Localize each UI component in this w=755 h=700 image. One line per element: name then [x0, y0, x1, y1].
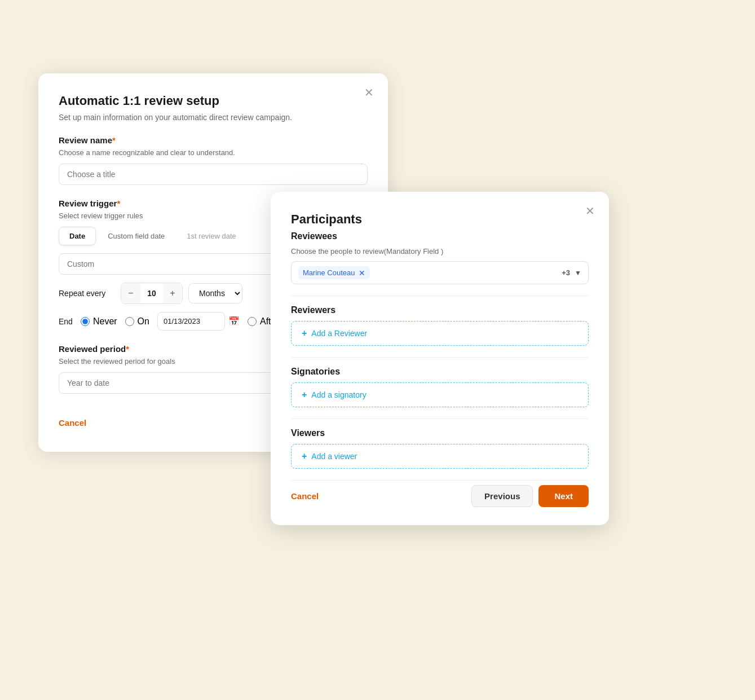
add-viewer-icon: +	[302, 451, 307, 461]
viewers-section: Viewers + Add a viewer	[291, 428, 589, 469]
end-never-option[interactable]: Never	[81, 316, 117, 327]
reviewee-remove-button[interactable]: ✕	[359, 269, 365, 277]
end-date-input[interactable]	[157, 312, 225, 331]
reviewers-section: Reviewers + Add a Reviewer	[291, 305, 589, 346]
stepper-value[interactable]	[140, 285, 163, 301]
reviewee-tag: Marine Couteau ✕	[298, 266, 370, 279]
divider-3	[291, 419, 589, 419]
add-signatory-label: Add a signatory	[311, 390, 366, 399]
reviewees-chevron-icon: ▼	[575, 269, 581, 277]
end-on-label: On	[138, 316, 149, 327]
reviewees-section: Reviewees Choose the people to review(Ma…	[291, 231, 589, 284]
add-viewer-button[interactable]: + Add a viewer	[291, 444, 589, 469]
next-button[interactable]: Next	[538, 485, 589, 507]
participants-modal: ✕ Participants Reviewees Choose the peop…	[271, 192, 609, 525]
participants-cancel-button[interactable]: Cancel	[291, 487, 319, 505]
end-never-label: Never	[93, 316, 117, 327]
review-name-section: Review name* Choose a name recognizable …	[59, 135, 368, 185]
end-date-row: 📅	[157, 312, 240, 331]
calendar-icon: 📅	[228, 316, 240, 327]
add-reviewer-button[interactable]: + Add a Reviewer	[291, 321, 589, 346]
stepper-increment[interactable]: +	[163, 283, 182, 303]
setup-modal-subtitle: Set up main information on your automati…	[59, 113, 368, 122]
setup-cancel-button[interactable]: Cancel	[59, 413, 86, 432]
participants-close-button[interactable]: ✕	[582, 203, 598, 219]
review-name-desc: Choose a name recognizable and clear to …	[59, 148, 368, 157]
tab-custom-field-date[interactable]: Custom field date	[97, 227, 175, 245]
reviewees-desc: Choose the people to review(Mandatory Fi…	[291, 247, 589, 256]
divider-1	[291, 296, 589, 296]
repeat-every-label: Repeat every	[59, 289, 115, 298]
end-on-option[interactable]: On	[125, 316, 149, 327]
reviewees-selector[interactable]: Marine Couteau ✕ +3 ▼	[291, 261, 589, 284]
stepper-decrement[interactable]: −	[121, 283, 140, 303]
setup-modal-title: Automatic 1:1 review setup	[59, 94, 368, 108]
months-select[interactable]: Months Days Weeks Years	[188, 283, 242, 303]
add-signatory-icon: +	[302, 390, 307, 400]
participants-modal-title: Participants	[291, 212, 589, 227]
signatories-title: Signatories	[291, 367, 589, 377]
setup-close-button[interactable]: ✕	[361, 85, 377, 100]
tab-date[interactable]: Date	[59, 227, 96, 245]
previous-button[interactable]: Previous	[471, 485, 533, 507]
reviewers-title: Reviewers	[291, 305, 589, 315]
repeat-stepper: − +	[121, 283, 183, 304]
participants-modal-footer: Cancel Previous Next	[291, 480, 589, 507]
divider-2	[291, 357, 589, 358]
viewers-title: Viewers	[291, 428, 589, 438]
end-label: End	[59, 317, 73, 326]
reviewees-title: Reviewees	[291, 231, 589, 241]
reviewees-extra-count: +3	[562, 268, 570, 277]
add-viewer-label: Add a viewer	[311, 452, 357, 461]
signatories-section: Signatories + Add a signatory	[291, 367, 589, 407]
reviewee-name: Marine Couteau	[303, 268, 355, 277]
add-reviewer-icon: +	[302, 328, 307, 338]
review-name-label: Review name*	[59, 135, 368, 145]
add-reviewer-label: Add a Reviewer	[311, 329, 367, 338]
add-signatory-button[interactable]: + Add a signatory	[291, 382, 589, 407]
review-name-input[interactable]	[59, 164, 368, 185]
tab-1st-review-date[interactable]: 1st review date	[176, 227, 246, 245]
